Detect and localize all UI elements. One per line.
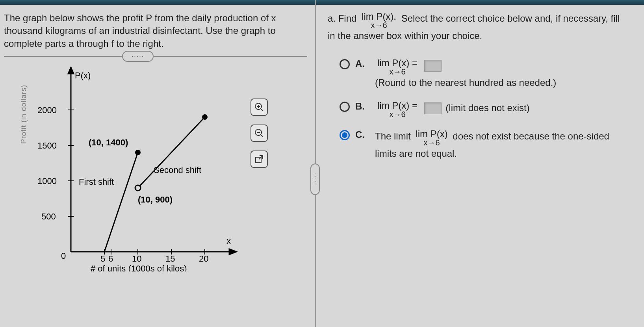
radio-c[interactable] (340, 130, 350, 140)
choice-c-limit: lim P(x) x→6 (416, 129, 447, 147)
choice-a-body: lim P(x) = x→6 (Round to the nearest hun… (375, 58, 556, 90)
choice-c-letter: C. (355, 129, 366, 140)
choice-a-letter: A. (355, 58, 366, 69)
radio-a[interactable] (340, 59, 350, 69)
svg-line-15 (138, 117, 205, 188)
left-panel: The graph below shows the profit P from … (0, 0, 315, 327)
svg-line-19 (261, 109, 263, 111)
svg-line-23 (261, 135, 263, 137)
horizontal-divider: ····· (4, 56, 307, 57)
choice-b-limit: lim P(x) = x→6 (377, 101, 418, 118)
right-panel: ····· a. Find lim P(x). x→6 Select the c… (315, 0, 630, 327)
y-axis-label-rotated: Profit (in dollars) (20, 63, 28, 165)
choices: A. lim P(x) = x→6 (Round to the nearest … (340, 58, 622, 161)
yaxis-Px: P(x) (75, 71, 91, 80)
radio-b[interactable] (340, 102, 350, 112)
choice-c-text1: The limit (375, 131, 411, 141)
choice-a-limit: lim P(x) = x→6 (377, 58, 418, 76)
x-axis-caption: # of units (1000s of kilos) (91, 264, 187, 271)
svg-point-14 (135, 150, 141, 155)
origin-tick: 0 (61, 251, 66, 261)
xtick-15: 15 (165, 254, 175, 264)
ytick-500: 500 (41, 212, 56, 221)
xtick-5: 5 (100, 254, 105, 264)
choice-b-suffix: (limit does not exist) (445, 102, 529, 113)
zoom-in-button[interactable] (251, 98, 268, 116)
q-prefix: a. Find (328, 13, 356, 24)
svg-marker-3 (229, 249, 236, 255)
question-a: a. Find lim P(x). x→6 Select the correct… (328, 12, 622, 43)
xtick-10: 10 (132, 254, 141, 264)
first-shift-label: First shift (79, 177, 114, 187)
svg-point-16 (135, 185, 141, 191)
problem-statement: The graph below shows the profit P from … (4, 12, 307, 50)
second-shift-label: Second shift (154, 165, 201, 175)
pt2-label: (10, 900) (138, 195, 173, 204)
limit-expression: lim P(x). x→6 (362, 12, 396, 29)
popout-button[interactable] (251, 150, 268, 168)
expand-handle-v[interactable]: ····· (310, 164, 320, 195)
choice-c: C. The limit lim P(x) x→6 does not exist… (340, 129, 622, 161)
xtick-6: 6 (108, 254, 113, 264)
svg-point-17 (202, 114, 208, 120)
graph-tools (251, 98, 268, 168)
zoom-out-button[interactable] (251, 124, 268, 142)
expand-handle-h[interactable]: ····· (122, 51, 154, 62)
svg-marker-1 (68, 67, 74, 74)
ytick-1000: 1000 (37, 176, 57, 186)
choice-a: A. lim P(x) = x→6 (Round to the nearest … (340, 58, 622, 90)
svg-line-13 (104, 152, 138, 252)
ytick-1500: 1500 (37, 141, 57, 150)
choice-b-answerbox[interactable] (424, 102, 442, 114)
choice-b-body: lim P(x) = x→6 (limit does not exist) (375, 101, 530, 118)
choice-a-hint: (Round to the nearest hundred as needed.… (375, 76, 556, 90)
pt1-label: (10, 1400) (89, 137, 128, 147)
lim-top: lim P(x). (362, 12, 396, 21)
x-axis-x: x (226, 236, 231, 246)
xtick-20: 20 (199, 254, 208, 264)
choice-b-letter: B. (355, 101, 366, 112)
choice-a-answerbox[interactable] (424, 60, 442, 72)
choice-b: B. lim P(x) = x→6 (limit does not exist) (340, 101, 622, 118)
lim-bot: x→6 (371, 21, 387, 29)
ytick-2000: 2000 (37, 105, 57, 115)
choice-c-body: The limit lim P(x) x→6 does not exist be… (375, 129, 622, 161)
graph-area: P(x) x 0 500 1000 1500 2000 5 6 10 15 20… (28, 67, 280, 271)
